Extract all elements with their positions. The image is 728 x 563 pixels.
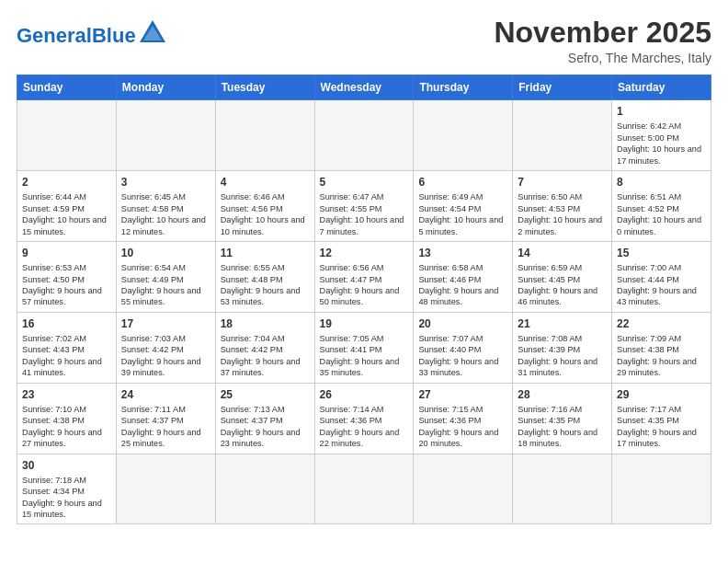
day-info: Sunrise: 6:54 AM Sunset: 4:49 PM Dayligh… [121,262,210,308]
title-area: November 2025 Sefro, The Marches, Italy [494,17,711,65]
calendar-cell: 24Sunrise: 7:11 AM Sunset: 4:37 PM Dayli… [116,383,215,454]
day-info: Sunrise: 7:08 AM Sunset: 4:39 PM Dayligh… [518,333,607,379]
calendar-header-friday: Friday [513,75,612,100]
day-number: 10 [121,246,210,260]
day-number: 20 [418,316,507,331]
day-number: 21 [518,316,607,331]
day-info: Sunrise: 6:59 AM Sunset: 4:45 PM Dayligh… [518,262,607,308]
calendar-cell [513,100,612,171]
calendar-week-row: 16Sunrise: 7:02 AM Sunset: 4:43 PM Dayli… [17,312,711,383]
day-info: Sunrise: 7:02 AM Sunset: 4:43 PM Dayligh… [22,333,111,379]
page: GeneralBlue November 2025 Sefro, The Mar… [0,0,728,534]
day-number: 29 [617,387,706,402]
calendar-cell: 3Sunrise: 6:45 AM Sunset: 4:58 PM Daylig… [116,171,215,242]
calendar-cell [612,454,711,524]
day-number: 19 [320,316,409,331]
day-info: Sunrise: 7:10 AM Sunset: 4:38 PM Dayligh… [22,404,111,450]
calendar-cell: 16Sunrise: 7:02 AM Sunset: 4:43 PM Dayli… [17,312,117,383]
day-number: 7 [518,175,607,190]
day-number: 27 [418,387,507,402]
calendar-cell: 6Sunrise: 6:49 AM Sunset: 4:54 PM Daylig… [414,171,513,242]
calendar-cell: 17Sunrise: 7:03 AM Sunset: 4:42 PM Dayli… [116,312,215,383]
day-info: Sunrise: 7:04 AM Sunset: 4:42 PM Dayligh… [221,333,310,379]
day-info: Sunrise: 6:51 AM Sunset: 4:52 PM Dayligh… [617,191,706,237]
month-title: November 2025 [494,17,711,49]
day-number: 28 [518,387,607,402]
day-info: Sunrise: 7:11 AM Sunset: 4:37 PM Dayligh… [121,404,210,450]
calendar-cell: 15Sunrise: 7:00 AM Sunset: 4:44 PM Dayli… [612,241,711,312]
calendar-header-row: SundayMondayTuesdayWednesdayThursdayFrid… [17,75,711,100]
day-info: Sunrise: 6:55 AM Sunset: 4:48 PM Dayligh… [221,262,310,308]
day-info: Sunrise: 7:00 AM Sunset: 4:44 PM Dayligh… [617,262,706,308]
day-number: 22 [617,316,706,331]
day-info: Sunrise: 6:56 AM Sunset: 4:47 PM Dayligh… [320,262,409,308]
calendar-cell: 14Sunrise: 6:59 AM Sunset: 4:45 PM Dayli… [513,241,612,312]
day-info: Sunrise: 7:16 AM Sunset: 4:35 PM Dayligh… [518,404,607,450]
calendar-cell [116,454,215,524]
calendar-table: SundayMondayTuesdayWednesdayThursdayFrid… [17,75,711,524]
calendar-cell: 8Sunrise: 6:51 AM Sunset: 4:52 PM Daylig… [612,171,711,242]
calendar-cell: 12Sunrise: 6:56 AM Sunset: 4:47 PM Dayli… [314,241,414,312]
day-number: 6 [418,175,507,190]
day-info: Sunrise: 7:13 AM Sunset: 4:37 PM Dayligh… [221,404,310,450]
day-info: Sunrise: 7:14 AM Sunset: 4:36 PM Dayligh… [320,404,409,450]
day-number: 14 [518,246,607,260]
day-number: 5 [320,175,409,190]
calendar-cell [215,100,314,171]
day-number: 12 [320,246,409,260]
day-number: 17 [121,316,210,331]
day-number: 9 [22,246,111,260]
day-info: Sunrise: 6:42 AM Sunset: 5:00 PM Dayligh… [617,121,706,167]
day-info: Sunrise: 6:46 AM Sunset: 4:56 PM Dayligh… [221,191,310,237]
calendar-header-wednesday: Wednesday [314,75,414,100]
day-info: Sunrise: 7:05 AM Sunset: 4:41 PM Dayligh… [320,333,409,379]
calendar-header-saturday: Saturday [612,75,711,100]
calendar-week-row: 9Sunrise: 6:53 AM Sunset: 4:50 PM Daylig… [17,241,711,312]
calendar-cell: 22Sunrise: 7:09 AM Sunset: 4:38 PM Dayli… [612,312,711,383]
location: Sefro, The Marches, Italy [494,51,711,65]
logo-blue: Blue [92,24,136,47]
calendar-cell: 1Sunrise: 6:42 AM Sunset: 5:00 PM Daylig… [612,100,711,171]
day-number: 13 [418,246,507,260]
day-info: Sunrise: 7:09 AM Sunset: 4:38 PM Dayligh… [617,333,706,379]
day-number: 4 [221,175,310,190]
calendar-cell [314,100,414,171]
logo: GeneralBlue [17,17,167,46]
calendar-cell [414,100,513,171]
calendar-cell [513,454,612,524]
calendar-cell: 19Sunrise: 7:05 AM Sunset: 4:41 PM Dayli… [314,312,414,383]
calendar-cell: 2Sunrise: 6:44 AM Sunset: 4:59 PM Daylig… [17,171,117,242]
calendar-cell: 30Sunrise: 7:18 AM Sunset: 4:34 PM Dayli… [17,454,117,524]
day-number: 8 [617,175,706,190]
calendar-cell: 29Sunrise: 7:17 AM Sunset: 4:35 PM Dayli… [612,383,711,454]
logo-icon [138,18,167,46]
calendar-cell: 23Sunrise: 7:10 AM Sunset: 4:38 PM Dayli… [17,383,117,454]
calendar-cell: 11Sunrise: 6:55 AM Sunset: 4:48 PM Dayli… [215,241,314,312]
day-number: 11 [221,246,310,260]
calendar-cell: 25Sunrise: 7:13 AM Sunset: 4:37 PM Dayli… [215,383,314,454]
day-info: Sunrise: 7:07 AM Sunset: 4:40 PM Dayligh… [418,333,507,379]
day-number: 15 [617,246,706,260]
logo-general: General [17,24,92,47]
day-number: 30 [22,458,111,473]
day-number: 3 [121,175,210,190]
day-number: 16 [22,316,111,331]
calendar-cell: 9Sunrise: 6:53 AM Sunset: 4:50 PM Daylig… [17,241,117,312]
day-info: Sunrise: 7:15 AM Sunset: 4:36 PM Dayligh… [418,404,507,450]
header: GeneralBlue November 2025 Sefro, The Mar… [17,17,711,65]
day-info: Sunrise: 6:58 AM Sunset: 4:46 PM Dayligh… [418,262,507,308]
day-info: Sunrise: 6:45 AM Sunset: 4:58 PM Dayligh… [121,191,210,237]
day-number: 23 [22,387,111,402]
calendar-cell: 27Sunrise: 7:15 AM Sunset: 4:36 PM Dayli… [414,383,513,454]
calendar-cell: 7Sunrise: 6:50 AM Sunset: 4:53 PM Daylig… [513,171,612,242]
calendar-cell [17,100,117,171]
calendar-cell [414,454,513,524]
calendar-cell: 13Sunrise: 6:58 AM Sunset: 4:46 PM Dayli… [414,241,513,312]
day-info: Sunrise: 7:18 AM Sunset: 4:34 PM Dayligh… [22,475,111,521]
day-info: Sunrise: 6:44 AM Sunset: 4:59 PM Dayligh… [22,191,111,237]
day-number: 24 [121,387,210,402]
day-info: Sunrise: 6:47 AM Sunset: 4:55 PM Dayligh… [320,191,409,237]
calendar-cell: 5Sunrise: 6:47 AM Sunset: 4:55 PM Daylig… [314,171,414,242]
calendar-week-row: 2Sunrise: 6:44 AM Sunset: 4:59 PM Daylig… [17,171,711,242]
calendar-cell: 18Sunrise: 7:04 AM Sunset: 4:42 PM Dayli… [215,312,314,383]
